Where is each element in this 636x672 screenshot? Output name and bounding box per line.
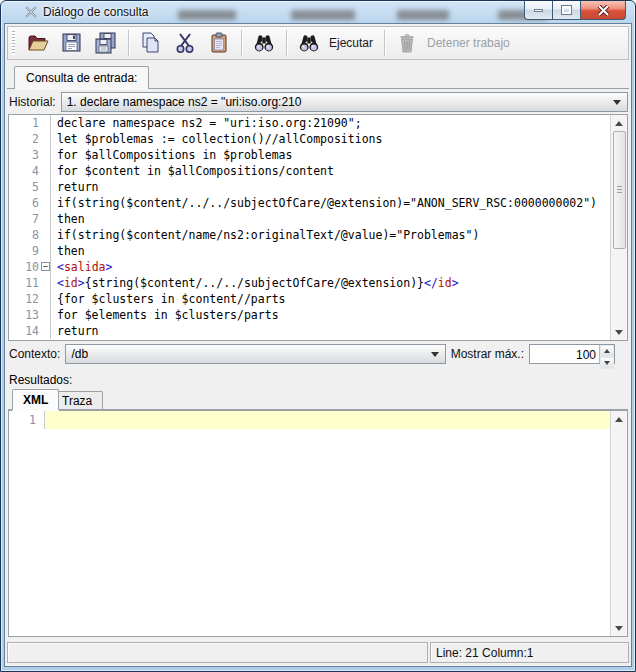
code-line[interactable]: if(string($content/name/ns2:originalText… [51, 227, 610, 243]
code-line[interactable]: {for $clusters in $content//parts [51, 291, 610, 307]
context-combobox[interactable]: /db [65, 344, 445, 364]
history-row: Historial: 1. declare namespace ns2 = "u… [5, 89, 631, 114]
trash-icon [395, 31, 419, 55]
cut-button[interactable] [170, 29, 200, 57]
history-combobox[interactable]: 1. declare namespace ns2 = "uri:iso.org:… [61, 92, 628, 112]
context-row: Contexto: /db Mostrar máx.: 100 [5, 341, 631, 367]
execute-button[interactable] [294, 29, 324, 57]
line-number: 13 [9, 307, 51, 323]
query-editor[interactable]: 1declare namespace ns2 = "uri:iso.org:21… [8, 114, 628, 341]
tab-xml[interactable]: XML [12, 389, 59, 410]
line-number: 9 [9, 243, 51, 259]
title-bar[interactable]: Diálogo de consulta [1, 1, 635, 23]
scroll-down-icon[interactable] [611, 324, 627, 340]
editor-line-row[interactable]: 6if(string($content/../../subjectOfCare/… [9, 195, 610, 211]
line-number: 2 [9, 131, 51, 147]
paste-button[interactable] [204, 29, 234, 57]
code-line[interactable]: <salida> [51, 259, 610, 275]
editor-line-row[interactable]: 12{for $clusters in $content//parts [9, 291, 610, 307]
code-line[interactable]: then [51, 243, 610, 259]
window-controls [524, 1, 626, 20]
editor-line-row[interactable]: 4for $content in $allCompositions/conten… [9, 163, 610, 179]
history-label: Historial: [9, 95, 56, 109]
clipboard-icon [207, 31, 231, 55]
editor-line-row[interactable]: 1declare namespace ns2 = "uri:iso.org:21… [9, 115, 610, 131]
editor-line-row[interactable]: 3for $allCompositions in $problemas [9, 147, 610, 163]
minimize-button[interactable] [524, 1, 553, 20]
history-selected-value: 1. declare namespace ns2 = "uri:iso.org:… [67, 95, 607, 109]
scroll-down-icon[interactable] [611, 620, 627, 636]
code-line[interactable]: for $content in $allCompositions/content [51, 163, 610, 179]
stop-button[interactable] [392, 29, 422, 57]
minimize-icon [534, 9, 543, 12]
execute-button-label[interactable]: Ejecutar [329, 36, 373, 50]
maximize-icon [562, 6, 571, 14]
editor-line-row[interactable]: 2let $problemas := collection()//allComp… [9, 131, 610, 147]
code-line[interactable]: for $elements in $clusters/parts [51, 307, 610, 323]
line-number: 6 [9, 195, 51, 211]
app-icon [24, 5, 38, 19]
line-number: 3 [9, 147, 51, 163]
editor-line-row[interactable]: 8if(string($content/name/ns2:originalTex… [9, 227, 610, 243]
save-floppy-icon [60, 31, 84, 55]
dialog-content: Ejecutar Detener trabajo Consulta de ent… [4, 23, 632, 667]
toolbar-separator [384, 30, 385, 56]
query-editor-scrollbar[interactable] [610, 115, 627, 340]
code-line[interactable]: let $problemas := collection()//allCompo… [51, 131, 610, 147]
window-title: Diálogo de consulta [43, 5, 148, 19]
editor-line-row[interactable]: 13for $elements in $clusters/parts [9, 307, 610, 323]
code-line[interactable]: if(string($content/../../subjectOfCare/@… [51, 195, 610, 211]
open-folder-icon [26, 31, 50, 55]
save-button[interactable] [57, 29, 87, 57]
results-editor-lines[interactable]: 1 [9, 411, 610, 636]
fold-collapse-icon[interactable]: − [41, 262, 50, 271]
save-as-button[interactable] [91, 29, 121, 57]
copy-button[interactable] [136, 29, 166, 57]
editor-line-row[interactable]: 11<id>{string($content/../../subjectOfCa… [9, 275, 610, 291]
code-line[interactable]: for $allCompositions in $problemas [51, 147, 610, 163]
editor-line-row[interactable]: 9then [9, 243, 610, 259]
tab-consulta-de-entrada[interactable]: Consulta de entrada: [14, 66, 149, 89]
query-editor-lines[interactable]: 1declare namespace ns2 = "uri:iso.org:21… [9, 115, 610, 340]
chevron-down-icon[interactable] [431, 352, 439, 361]
spinner-up-icon[interactable] [600, 345, 614, 357]
max-results-label: Mostrar máx.: [451, 347, 524, 361]
chevron-down-icon[interactable] [613, 100, 621, 109]
editor-line-row[interactable]: 5return [9, 179, 610, 195]
status-message-cell [7, 642, 428, 663]
find-button[interactable] [249, 29, 279, 57]
code-line[interactable]: return [51, 323, 610, 339]
results-editor-scrollbar[interactable] [610, 411, 627, 636]
editor-line-row[interactable]: 1 [9, 411, 610, 429]
editor-line-row[interactable]: 14return [9, 323, 610, 339]
open-button[interactable] [23, 29, 53, 57]
results-editor[interactable]: 1 [8, 410, 628, 637]
scissors-icon [173, 31, 197, 55]
toolbar-separator [241, 30, 242, 56]
max-results-spinner[interactable]: 100 [529, 344, 615, 364]
code-line[interactable]: <id>{string($content/../../subjectOfCare… [51, 275, 610, 291]
code-line[interactable] [45, 411, 610, 429]
binoculars-icon [297, 31, 321, 55]
code-line[interactable]: then [51, 211, 610, 227]
scroll-up-icon[interactable] [611, 411, 627, 427]
code-line[interactable]: return [51, 179, 610, 195]
maximize-button[interactable] [553, 1, 580, 20]
caret-position: Line: 21 Column:1 [430, 642, 629, 663]
toolbar-separator [128, 30, 129, 56]
stop-button-label: Detener trabajo [427, 36, 510, 50]
close-icon [597, 5, 610, 16]
query-dialog-window: Diálogo de consulta [0, 0, 636, 672]
max-results-value[interactable]: 100 [530, 345, 599, 363]
editor-line-row[interactable]: 7then [9, 211, 610, 227]
scrollbar-thumb[interactable] [613, 131, 626, 249]
scroll-up-icon[interactable] [611, 115, 627, 131]
results-label: Resultados: [5, 367, 631, 389]
toolbar-grip-handle[interactable] [12, 31, 15, 55]
status-bar: Line: 21 Column:1 [7, 642, 629, 663]
editor-line-row[interactable]: 10−<salida> [9, 259, 610, 275]
ghost-text-smudge [291, 10, 355, 20]
save-all-floppy-icon [94, 31, 118, 55]
close-button[interactable] [580, 1, 626, 20]
code-line[interactable]: declare namespace ns2 = "uri:iso.org:210… [51, 115, 610, 131]
